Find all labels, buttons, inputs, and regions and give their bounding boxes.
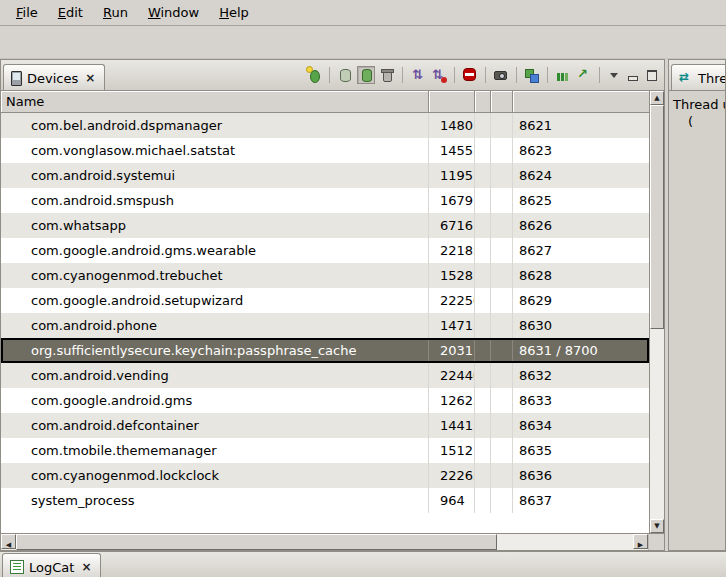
status-cell — [491, 238, 513, 263]
logcat-icon — [10, 560, 24, 574]
dump-view-hierarchy-icon[interactable] — [523, 66, 541, 84]
menu-edit[interactable]: Edit — [48, 2, 93, 23]
devices-tabbar: Devices × — [1, 60, 664, 91]
status-cell — [491, 213, 513, 238]
process-name-cell: com.google.android.setupwizard — [1, 288, 429, 313]
process-name-cell: com.google.android.gms — [1, 388, 429, 413]
status-cell — [475, 438, 491, 463]
table-header: Name — [1, 91, 649, 113]
process-table: Name com.bel.android.dspmanager14808621c… — [1, 91, 664, 533]
process-row[interactable]: com.whatsapp67168626 — [1, 213, 649, 238]
scroll-right-icon[interactable] — [633, 534, 648, 549]
process-row[interactable]: com.android.phone14718630 — [1, 313, 649, 338]
port-cell: 8634 — [513, 413, 649, 438]
process-row[interactable]: org.sufficientlysecure.keychain:passphra… — [1, 338, 649, 363]
menubar: FileEditRunWindowHelp — [0, 0, 726, 26]
main-toolbar-strip — [0, 26, 726, 59]
process-row[interactable]: com.android.vending224408632 — [1, 363, 649, 388]
vertical-scroll-track[interactable] — [650, 105, 664, 519]
pid-cell: 1528 — [429, 263, 475, 288]
horizontal-scroll-track[interactable] — [16, 534, 633, 550]
column-header-name[interactable]: Name — [1, 91, 429, 113]
port-cell: 8633 — [513, 388, 649, 413]
process-row[interactable]: system_process9648637 — [1, 488, 649, 513]
process-name-cell: com.cyanogenmod.trebuchet — [1, 263, 429, 288]
port-cell: 8627 — [513, 238, 649, 263]
process-row[interactable]: com.android.defcontainer144118634 — [1, 413, 649, 438]
process-name-cell: com.android.systemui — [1, 163, 429, 188]
column-header-3[interactable] — [475, 91, 491, 113]
update-heap-icon[interactable] — [336, 66, 354, 84]
cause-gc-icon[interactable] — [378, 66, 396, 84]
status-cell — [475, 488, 491, 513]
port-cell: 8624 — [513, 163, 649, 188]
tab-threads[interactable]: Threads — [671, 64, 725, 91]
view-menu-icon[interactable] — [606, 67, 622, 83]
pid-cell: 1471 — [429, 313, 475, 338]
horizontal-scroll-thumb[interactable] — [16, 534, 497, 550]
status-cell — [491, 113, 513, 138]
menu-window[interactable]: Window — [138, 2, 209, 23]
toolbar-separator — [516, 67, 517, 83]
toolbar-separator — [485, 67, 486, 83]
process-row[interactable]: com.google.android.setupwizard222508629 — [1, 288, 649, 313]
process-row[interactable]: com.vonglasow.michael.satstat145538623 — [1, 138, 649, 163]
allocation-graph-icon[interactable] — [575, 66, 593, 84]
close-icon[interactable]: × — [79, 560, 93, 574]
vertical-scrollbar[interactable] — [649, 91, 664, 533]
port-cell: 8625 — [513, 188, 649, 213]
scroll-down-icon[interactable] — [650, 519, 664, 533]
close-icon[interactable]: × — [83, 71, 97, 85]
stop-process-icon[interactable] — [461, 66, 479, 84]
process-row[interactable]: com.android.systemui11958624 — [1, 163, 649, 188]
process-name-cell: com.tmobile.thememanager — [1, 438, 429, 463]
pid-cell: 1195 — [429, 163, 475, 188]
minimize-icon[interactable] — [625, 67, 641, 83]
process-row[interactable]: com.android.smspush16798625 — [1, 188, 649, 213]
scrollbar-corner — [648, 534, 664, 550]
status-cell — [491, 163, 513, 188]
scroll-left-icon[interactable] — [1, 534, 16, 549]
pid-cell: 22185 — [429, 238, 475, 263]
toolbar-separator — [329, 67, 330, 83]
process-row[interactable]: com.bel.android.dspmanager14808621 — [1, 113, 649, 138]
process-row[interactable]: com.tmobile.thememanager15128635 — [1, 438, 649, 463]
column-header-port[interactable] — [513, 91, 649, 113]
menu-file[interactable]: File — [6, 2, 48, 23]
toolbar-separator — [547, 67, 548, 83]
status-cell — [491, 188, 513, 213]
status-cell — [475, 413, 491, 438]
menu-help[interactable]: Help — [209, 2, 259, 23]
maximize-icon[interactable] — [644, 67, 660, 83]
threads-message-line2: ( — [673, 113, 721, 130]
menu-run[interactable]: Run — [93, 2, 138, 23]
screen-capture-icon[interactable] — [492, 66, 510, 84]
threads-message-line1: Thread up — [673, 96, 721, 113]
process-row[interactable]: com.google.android.gms.wearable221858627 — [1, 238, 649, 263]
process-name-cell: com.android.defcontainer — [1, 413, 429, 438]
scroll-up-icon[interactable] — [650, 91, 664, 105]
process-row[interactable]: com.cyanogenmod.trebuchet15288628 — [1, 263, 649, 288]
threads-view: Threads Thread up ( — [668, 59, 726, 551]
devices-view: Devices × Name com.bel.android.dspmanage… — [0, 59, 665, 551]
process-row[interactable]: com.google.android.gms126238633 — [1, 388, 649, 413]
column-header-pid[interactable] — [429, 91, 475, 113]
process-name-cell: com.android.smspush — [1, 188, 429, 213]
column-header-4[interactable] — [491, 91, 513, 113]
horizontal-scrollbar[interactable] — [1, 533, 664, 550]
vertical-scroll-thumb[interactable] — [650, 105, 664, 329]
port-cell: 8632 — [513, 363, 649, 388]
status-cell — [491, 338, 513, 363]
dump-hprof-icon[interactable] — [357, 66, 375, 84]
start-method-profiling-icon[interactable] — [430, 66, 448, 84]
process-row[interactable]: com.cyanogenmod.lockclock222658636 — [1, 463, 649, 488]
debug-process-icon[interactable] — [305, 66, 323, 84]
status-cell — [491, 463, 513, 488]
process-name-cell: com.cyanogenmod.lockclock — [1, 463, 429, 488]
track-allocations-icon[interactable] — [554, 66, 572, 84]
update-threads-icon[interactable] — [409, 66, 427, 84]
tab-devices[interactable]: Devices × — [3, 64, 105, 91]
status-cell — [475, 288, 491, 313]
tab-logcat[interactable]: LogCat × — [2, 553, 101, 577]
status-cell — [475, 338, 491, 363]
